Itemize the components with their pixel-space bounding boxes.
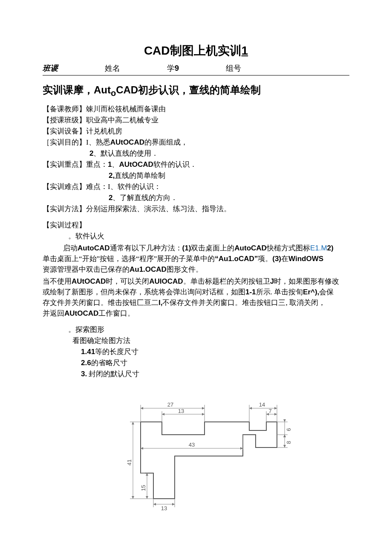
- form-id-num: 9: [175, 64, 179, 73]
- p1-b6: (3): [272, 255, 281, 263]
- form-header-line: 班谡 姓名 学9 组号: [43, 62, 349, 76]
- proc-label: 【实训过程】: [43, 220, 349, 230]
- dim-13b: 13: [161, 505, 167, 511]
- p1-b1: AutoCAD: [78, 244, 110, 252]
- focus-1-post: 软件的认识．: [153, 160, 197, 169]
- p2-l2: 或绘制了新图形，但尚未保存，系统将会弹出询问对话框，如图: [43, 288, 245, 296]
- item-2: 2.6的省略尺寸: [43, 358, 349, 368]
- title-number: 1: [242, 44, 248, 57]
- p1-t5: 项。: [258, 255, 272, 263]
- focus-pre: 重点：: [86, 160, 108, 169]
- dim-41: 41: [126, 459, 133, 465]
- p2-t4: 时，如果图形有修改: [274, 277, 339, 285]
- p2-t8: 工作窗口。: [98, 309, 135, 317]
- item-3: 3. 封闭的默认尺寸: [43, 369, 349, 379]
- look-line: 看图确定绘图方法: [43, 336, 349, 346]
- focus-label: 【实训重点】: [43, 160, 86, 169]
- diff-pre: 难点：: [86, 183, 108, 191]
- p1-t6: 在: [281, 255, 288, 263]
- p2-t6: 会保: [319, 288, 334, 296]
- p1-b8: Au1.OCAD: [130, 265, 167, 273]
- dim-13a: 13: [178, 408, 184, 414]
- paragraph-1: 启动AutoCAD通常有以下几种方法：(1)双击桌面上的AutoCAD快槌方式图…: [43, 243, 349, 275]
- dim-8: 8: [285, 441, 292, 444]
- meta-diff: 【实训难点】难点：I、软件的认识：: [43, 182, 349, 192]
- goal-label: ［实训目的】: [43, 138, 86, 146]
- class-label: 【授课班级】: [43, 116, 86, 124]
- method-value: 分别运用探索法、演示法、练习法、指导法。: [86, 205, 231, 213]
- page: CAD制图上机实训1 班谡 姓名 学9 组号 实训课摩，AutoCAD初步认识，…: [0, 0, 392, 555]
- p1-b7: WindOWS: [288, 255, 323, 263]
- p2-t2: 时，可以关闭: [106, 277, 149, 285]
- meta-focus: 【实训重点】重点：1、AUtOCAD软件的认识．: [43, 160, 349, 170]
- p1-link[interactable]: E1.M: [310, 244, 327, 252]
- p2-t1: 当不使用: [43, 277, 72, 285]
- p2-b7: AUtOCAD: [64, 309, 98, 317]
- teacher-label: 【备课教师】: [43, 105, 86, 113]
- item-1: 1.41等的长度尺寸: [43, 347, 349, 357]
- item-3-num: 3.: [81, 370, 87, 378]
- focus-1-mid: 、: [112, 160, 119, 169]
- dim-43: 43: [189, 442, 195, 448]
- p2-t5: 所示. 单击按旬: [256, 288, 303, 296]
- meta-goal-2: 2、默认直线的使用．: [43, 148, 349, 159]
- p1-b2: (1): [182, 244, 191, 252]
- p2-b1: AUtOCAD: [72, 277, 106, 285]
- diff-2-text: 、了解直线的方向．: [112, 194, 178, 202]
- dim-27: 27: [167, 401, 173, 408]
- focus-1-bold: AUtOCAD: [119, 160, 153, 169]
- diff-label: 【实训难点】: [43, 183, 86, 191]
- p1-l3a: 资源管理器中双击已保存的: [43, 265, 130, 273]
- p1-l2a: 单击桌面上“开始”按钮，选择“程序”展开的子菜单中的: [43, 255, 215, 263]
- cad-drawing: 27 13 14 7 43 41 15 13 6 8: [43, 392, 349, 511]
- p2-l4a: 并返回: [43, 309, 64, 317]
- dim-14: 14: [259, 401, 265, 408]
- p2-t7: 不保存文件并关闭窗口。堆击按钮口三, 取消关闭，: [162, 299, 326, 307]
- bullet-explore: 。探索图形: [43, 325, 349, 335]
- p1-t0: 启动: [63, 244, 78, 252]
- p2-b3: J: [270, 277, 274, 285]
- equip-label: 【实训设备】: [43, 127, 86, 135]
- item-3-text: 封闭的默认尺寸: [87, 370, 139, 378]
- p1-b4: 2): [327, 244, 334, 252]
- page-title: CAD制图上机实训1: [43, 43, 349, 59]
- meta-equip: 【实训设备】计兑机机房: [43, 126, 349, 137]
- form-id-text: 学: [167, 64, 175, 73]
- p1-b5: “Au1.oCAD”: [215, 255, 258, 263]
- item-1-text: 等的长度尺寸: [95, 348, 138, 356]
- goal-1-post: 的界面组成，: [144, 138, 188, 146]
- meta-teacher: 【备课教师】竦川而松筱机械而备课由: [43, 104, 349, 114]
- goal-2-text: 、默认直线的使用．: [93, 149, 159, 157]
- bullet-software: 。软件认火: [43, 231, 349, 241]
- title-prefix: CAD制图上机实训: [144, 44, 242, 57]
- equip-value: 计兑机机房: [86, 127, 122, 135]
- item-2-text: 的省略尺寸: [91, 359, 127, 367]
- focus-2-text: 直线的简单绘制: [115, 171, 165, 180]
- p1-t1: 通常有以下几种方法：: [110, 244, 182, 252]
- paragraph-2: 当不使用AUtOCAD时，可以关闭AUIOCAD。单击标题栏的关闭按钮卫J时，如…: [43, 276, 349, 319]
- form-name-label: 姓名: [105, 63, 120, 73]
- dim-7: 7: [268, 408, 271, 414]
- form-group-label: 组号: [226, 63, 241, 73]
- subtitle: 实训课摩，AutoCAD初步认识，亶线的简单绘制: [43, 83, 349, 98]
- form-class-label: 班谡: [43, 63, 58, 73]
- p1-t8: 图形文件。: [167, 265, 203, 273]
- focus-2-num: 2,: [109, 171, 115, 180]
- dim-6: 6: [285, 428, 292, 431]
- meta-goal: ［实训目的】I、熟悉AUtOCAD的界面组成，: [43, 137, 349, 148]
- p2-b5: Er^),: [303, 288, 319, 296]
- p2-l3: 存文件并关闭窗口。维击按钮匚亘二: [43, 299, 159, 307]
- p2-b4: 1-1: [245, 288, 256, 296]
- p1-b3: AutoCAD: [234, 244, 267, 252]
- diff-1: I、软件的认识：: [108, 183, 161, 191]
- p2-b2: AUIOCAD: [149, 277, 183, 285]
- teacher-value: 竦川而松筱机械而备课由: [86, 105, 166, 113]
- p2-t3: 。单击标题栏的关闭按钮卫: [183, 277, 270, 285]
- goal-1-bold: AUtOCAD: [110, 138, 144, 146]
- class-value: 职业高中高二机械专业: [86, 116, 159, 124]
- p1-t3: 快槌方式图标: [267, 244, 310, 252]
- goal-1-pre: I、熟悉: [86, 138, 110, 146]
- p1-t2: 双击桌面上的: [191, 244, 234, 252]
- item-1-num: 1.41: [81, 348, 95, 356]
- method-label: 【实训方法】: [43, 205, 86, 213]
